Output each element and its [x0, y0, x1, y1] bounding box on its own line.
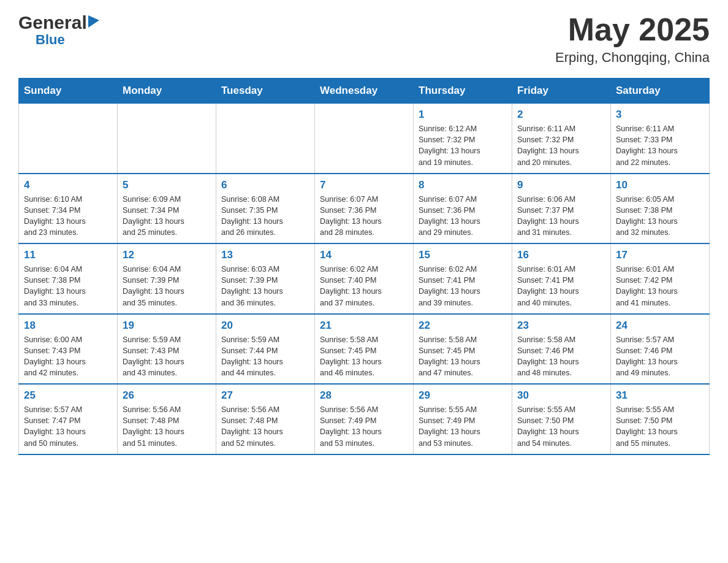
day-number: 19 [123, 320, 211, 332]
day-info: Sunrise: 5:56 AM Sunset: 7:49 PM Dayligh… [320, 404, 408, 449]
day-info: Sunrise: 5:55 AM Sunset: 7:50 PM Dayligh… [517, 404, 605, 449]
day-number: 9 [517, 179, 605, 191]
day-number: 6 [221, 179, 309, 191]
day-info: Sunrise: 6:02 AM Sunset: 7:41 PM Dayligh… [419, 264, 507, 308]
calendar-day-cell: 3Sunrise: 6:11 AM Sunset: 7:33 PM Daylig… [611, 104, 710, 174]
calendar-title: May 2025 [555, 12, 710, 47]
calendar-table: Sunday Monday Tuesday Wednesday Thursday… [18, 78, 710, 455]
calendar-day-cell: 7Sunrise: 6:07 AM Sunset: 7:36 PM Daylig… [315, 174, 414, 244]
calendar-day-cell: 13Sunrise: 6:03 AM Sunset: 7:39 PM Dayli… [216, 243, 315, 314]
col-saturday: Saturday [611, 79, 710, 104]
day-number: 13 [221, 249, 309, 261]
calendar-day-cell: 11Sunrise: 6:04 AM Sunset: 7:38 PM Dayli… [19, 243, 118, 314]
calendar-day-cell: 29Sunrise: 5:55 AM Sunset: 7:49 PM Dayli… [414, 384, 512, 454]
calendar-day-cell: 12Sunrise: 6:04 AM Sunset: 7:39 PM Dayli… [118, 243, 216, 314]
day-info: Sunrise: 6:02 AM Sunset: 7:40 PM Dayligh… [320, 264, 408, 308]
day-info: Sunrise: 6:07 AM Sunset: 7:36 PM Dayligh… [320, 194, 408, 239]
calendar-week-row: 25Sunrise: 5:57 AM Sunset: 7:47 PM Dayli… [19, 384, 710, 454]
calendar-week-row: 1Sunrise: 6:12 AM Sunset: 7:32 PM Daylig… [19, 104, 710, 174]
day-info: Sunrise: 5:58 AM Sunset: 7:45 PM Dayligh… [419, 334, 507, 379]
calendar-day-cell: 20Sunrise: 5:59 AM Sunset: 7:44 PM Dayli… [216, 314, 315, 385]
calendar-day-cell [19, 104, 118, 174]
title-block: May 2025 Erping, Chongqing, China [555, 12, 710, 66]
logo-blue-text: Blue [36, 33, 65, 47]
logo-triangle-icon [88, 15, 99, 30]
calendar-day-cell: 21Sunrise: 5:58 AM Sunset: 7:45 PM Dayli… [315, 314, 414, 385]
day-number: 29 [419, 389, 507, 402]
day-info: Sunrise: 5:58 AM Sunset: 7:45 PM Dayligh… [320, 334, 408, 379]
day-info: Sunrise: 6:11 AM Sunset: 7:32 PM Dayligh… [517, 123, 605, 168]
calendar-day-cell: 31Sunrise: 5:55 AM Sunset: 7:50 PM Dayli… [611, 384, 710, 454]
day-number: 27 [221, 389, 309, 402]
calendar-day-cell: 18Sunrise: 6:00 AM Sunset: 7:43 PM Dayli… [19, 314, 118, 385]
col-tuesday: Tuesday [216, 79, 315, 104]
day-number: 18 [24, 320, 112, 332]
day-number: 20 [221, 320, 309, 332]
calendar-day-cell [315, 104, 414, 174]
day-info: Sunrise: 6:00 AM Sunset: 7:43 PM Dayligh… [24, 334, 112, 379]
day-info: Sunrise: 5:59 AM Sunset: 7:44 PM Dayligh… [221, 334, 309, 379]
col-monday: Monday [118, 79, 216, 104]
day-number: 16 [517, 249, 605, 261]
day-number: 10 [616, 179, 704, 191]
day-number: 2 [517, 109, 605, 121]
day-number: 1 [419, 109, 507, 121]
day-info: Sunrise: 6:10 AM Sunset: 7:34 PM Dayligh… [24, 194, 112, 239]
day-info: Sunrise: 5:59 AM Sunset: 7:43 PM Dayligh… [123, 334, 211, 379]
calendar-week-row: 4Sunrise: 6:10 AM Sunset: 7:34 PM Daylig… [19, 174, 710, 244]
calendar-day-cell: 1Sunrise: 6:12 AM Sunset: 7:32 PM Daylig… [414, 104, 512, 174]
calendar-day-cell: 10Sunrise: 6:05 AM Sunset: 7:38 PM Dayli… [611, 174, 710, 244]
day-info: Sunrise: 6:12 AM Sunset: 7:32 PM Dayligh… [419, 123, 507, 168]
day-number: 21 [320, 320, 408, 332]
day-number: 22 [419, 320, 507, 332]
day-number: 15 [419, 249, 507, 261]
day-info: Sunrise: 6:09 AM Sunset: 7:34 PM Dayligh… [123, 194, 211, 239]
day-info: Sunrise: 6:07 AM Sunset: 7:36 PM Dayligh… [419, 194, 507, 239]
calendar-day-cell: 16Sunrise: 6:01 AM Sunset: 7:41 PM Dayli… [512, 243, 611, 314]
calendar-day-cell [118, 104, 216, 174]
calendar-day-cell: 6Sunrise: 6:08 AM Sunset: 7:35 PM Daylig… [216, 174, 315, 244]
calendar-day-cell: 17Sunrise: 6:01 AM Sunset: 7:42 PM Dayli… [611, 243, 710, 314]
day-number: 11 [24, 249, 112, 261]
day-number: 3 [616, 109, 704, 121]
logo-general-text: General [18, 12, 87, 33]
day-number: 4 [24, 179, 112, 191]
col-thursday: Thursday [414, 79, 512, 104]
header: General Blue May 2025 Erping, Chongqing,… [18, 12, 710, 66]
col-wednesday: Wednesday [315, 79, 414, 104]
day-number: 14 [320, 249, 408, 261]
day-info: Sunrise: 6:04 AM Sunset: 7:39 PM Dayligh… [123, 264, 211, 308]
day-info: Sunrise: 5:55 AM Sunset: 7:50 PM Dayligh… [616, 404, 704, 449]
day-info: Sunrise: 5:56 AM Sunset: 7:48 PM Dayligh… [123, 404, 211, 449]
calendar-day-cell: 24Sunrise: 5:57 AM Sunset: 7:46 PM Dayli… [611, 314, 710, 385]
day-info: Sunrise: 5:55 AM Sunset: 7:49 PM Dayligh… [419, 404, 507, 449]
day-number: 5 [123, 179, 211, 191]
day-info: Sunrise: 6:04 AM Sunset: 7:38 PM Dayligh… [24, 264, 112, 308]
calendar-day-cell: 22Sunrise: 5:58 AM Sunset: 7:45 PM Dayli… [414, 314, 512, 385]
calendar-week-row: 18Sunrise: 6:00 AM Sunset: 7:43 PM Dayli… [19, 314, 710, 385]
calendar-day-cell: 9Sunrise: 6:06 AM Sunset: 7:37 PM Daylig… [512, 174, 611, 244]
calendar-day-cell: 23Sunrise: 5:58 AM Sunset: 7:46 PM Dayli… [512, 314, 611, 385]
day-info: Sunrise: 5:57 AM Sunset: 7:47 PM Dayligh… [24, 404, 112, 449]
svg-marker-0 [88, 15, 99, 28]
day-info: Sunrise: 6:03 AM Sunset: 7:39 PM Dayligh… [221, 264, 309, 308]
day-number: 26 [123, 389, 211, 402]
day-info: Sunrise: 6:05 AM Sunset: 7:38 PM Dayligh… [616, 194, 704, 239]
day-number: 23 [517, 320, 605, 332]
calendar-day-cell: 5Sunrise: 6:09 AM Sunset: 7:34 PM Daylig… [118, 174, 216, 244]
calendar-day-cell: 26Sunrise: 5:56 AM Sunset: 7:48 PM Dayli… [118, 384, 216, 454]
day-info: Sunrise: 5:56 AM Sunset: 7:48 PM Dayligh… [221, 404, 309, 449]
day-number: 8 [419, 179, 507, 191]
day-number: 24 [616, 320, 704, 332]
calendar-day-cell: 15Sunrise: 6:02 AM Sunset: 7:41 PM Dayli… [414, 243, 512, 314]
day-info: Sunrise: 5:57 AM Sunset: 7:46 PM Dayligh… [616, 334, 704, 379]
calendar-day-cell: 25Sunrise: 5:57 AM Sunset: 7:47 PM Dayli… [19, 384, 118, 454]
calendar-day-cell: 19Sunrise: 5:59 AM Sunset: 7:43 PM Dayli… [118, 314, 216, 385]
day-info: Sunrise: 6:01 AM Sunset: 7:41 PM Dayligh… [517, 264, 605, 308]
day-number: 12 [123, 249, 211, 261]
day-number: 28 [320, 389, 408, 402]
day-info: Sunrise: 6:06 AM Sunset: 7:37 PM Dayligh… [517, 194, 605, 239]
day-info: Sunrise: 6:01 AM Sunset: 7:42 PM Dayligh… [616, 264, 704, 308]
calendar-day-cell: 30Sunrise: 5:55 AM Sunset: 7:50 PM Dayli… [512, 384, 611, 454]
day-info: Sunrise: 5:58 AM Sunset: 7:46 PM Dayligh… [517, 334, 605, 379]
